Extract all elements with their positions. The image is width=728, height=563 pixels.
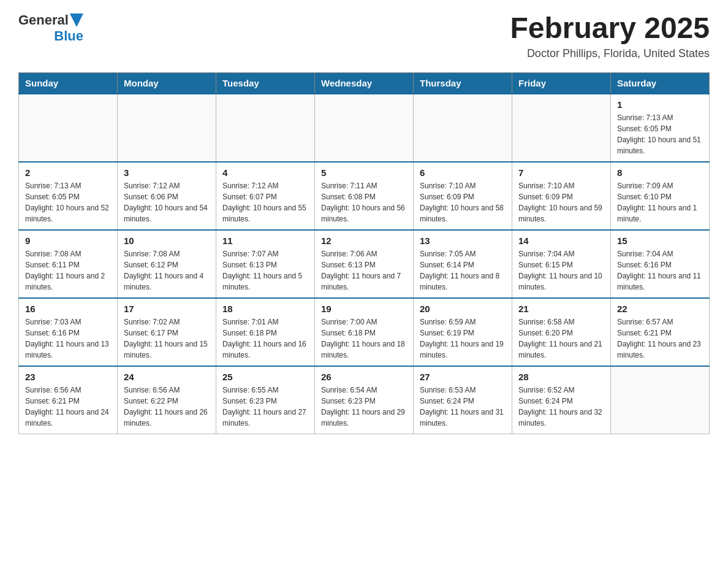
logo-icon: General Blue xyxy=(18,12,83,44)
day-number: 8 xyxy=(617,167,703,178)
day-info: Sunrise: 7:07 AMSunset: 6:13 PMDaylight:… xyxy=(222,248,308,293)
day-cell: 2Sunrise: 7:13 AMSunset: 6:05 PMDaylight… xyxy=(19,162,118,230)
day-cell: 26Sunrise: 6:54 AMSunset: 6:23 PMDayligh… xyxy=(315,366,414,434)
day-info: Sunrise: 7:13 AMSunset: 6:05 PMDaylight:… xyxy=(25,180,111,224)
day-number: 27 xyxy=(420,372,506,382)
header-sunday: Sunday xyxy=(19,72,118,94)
day-cell xyxy=(315,94,414,162)
day-cell: 8Sunrise: 7:09 AMSunset: 6:10 PMDaylight… xyxy=(611,162,710,230)
header-thursday: Thursday xyxy=(414,72,512,94)
header-wednesday: Wednesday xyxy=(315,72,414,94)
day-info: Sunrise: 6:55 AMSunset: 6:23 PMDaylight:… xyxy=(222,385,308,429)
day-cell: 22Sunrise: 6:57 AMSunset: 6:21 PMDayligh… xyxy=(611,298,710,366)
week-row-4: 16Sunrise: 7:03 AMSunset: 6:16 PMDayligh… xyxy=(19,298,710,366)
header-saturday: Saturday xyxy=(611,72,710,94)
day-number: 28 xyxy=(518,372,604,382)
day-cell: 9Sunrise: 7:08 AMSunset: 6:11 PMDaylight… xyxy=(19,230,118,298)
day-cell: 1Sunrise: 7:13 AMSunset: 6:05 PMDaylight… xyxy=(611,94,710,162)
day-number: 5 xyxy=(321,167,407,178)
day-info: Sunrise: 7:01 AMSunset: 6:18 PMDaylight:… xyxy=(222,316,308,361)
day-cell: 27Sunrise: 6:53 AMSunset: 6:24 PMDayligh… xyxy=(414,366,512,434)
day-info: Sunrise: 6:54 AMSunset: 6:23 PMDaylight:… xyxy=(321,385,407,429)
day-number: 25 xyxy=(222,372,308,382)
day-number: 9 xyxy=(25,236,111,246)
day-info: Sunrise: 7:12 AMSunset: 6:06 PMDaylight:… xyxy=(124,180,210,224)
day-number: 10 xyxy=(124,236,210,246)
header-tuesday: Tuesday xyxy=(216,72,315,94)
page-header: General Blue February 2025 Doctor Philli… xyxy=(18,12,710,60)
day-info: Sunrise: 7:13 AMSunset: 6:05 PMDaylight:… xyxy=(617,112,703,156)
logo-general: General xyxy=(18,12,69,28)
day-number: 2 xyxy=(25,167,111,178)
day-cell: 13Sunrise: 7:05 AMSunset: 6:14 PMDayligh… xyxy=(414,230,512,298)
day-cell: 7Sunrise: 7:10 AMSunset: 6:09 PMDaylight… xyxy=(512,162,611,230)
week-row-1: 1Sunrise: 7:13 AMSunset: 6:05 PMDaylight… xyxy=(19,94,710,162)
day-number: 26 xyxy=(321,372,407,382)
logo-blue: Blue xyxy=(54,28,83,44)
day-info: Sunrise: 6:52 AMSunset: 6:24 PMDaylight:… xyxy=(518,385,604,429)
day-info: Sunrise: 7:11 AMSunset: 6:08 PMDaylight:… xyxy=(321,180,407,224)
day-info: Sunrise: 7:04 AMSunset: 6:15 PMDaylight:… xyxy=(518,248,604,293)
day-cell: 3Sunrise: 7:12 AMSunset: 6:06 PMDaylight… xyxy=(118,162,216,230)
day-info: Sunrise: 7:12 AMSunset: 6:07 PMDaylight:… xyxy=(222,180,308,224)
day-number: 12 xyxy=(321,236,407,246)
day-number: 7 xyxy=(518,167,604,178)
day-cell xyxy=(414,94,512,162)
day-cell: 15Sunrise: 7:04 AMSunset: 6:16 PMDayligh… xyxy=(611,230,710,298)
svg-marker-0 xyxy=(70,13,83,27)
calendar-table: Sunday Monday Tuesday Wednesday Thursday… xyxy=(18,72,710,434)
day-cell: 23Sunrise: 6:56 AMSunset: 6:21 PMDayligh… xyxy=(19,366,118,434)
day-number: 23 xyxy=(25,372,111,382)
day-info: Sunrise: 7:08 AMSunset: 6:11 PMDaylight:… xyxy=(25,248,111,293)
day-info: Sunrise: 7:08 AMSunset: 6:12 PMDaylight:… xyxy=(124,248,210,293)
day-info: Sunrise: 7:03 AMSunset: 6:16 PMDaylight:… xyxy=(25,316,111,361)
day-info: Sunrise: 6:59 AMSunset: 6:19 PMDaylight:… xyxy=(420,316,506,361)
week-row-5: 23Sunrise: 6:56 AMSunset: 6:21 PMDayligh… xyxy=(19,366,710,434)
day-cell: 21Sunrise: 6:58 AMSunset: 6:20 PMDayligh… xyxy=(512,298,611,366)
day-info: Sunrise: 6:57 AMSunset: 6:21 PMDaylight:… xyxy=(617,316,703,361)
weekday-header-row: Sunday Monday Tuesday Wednesday Thursday… xyxy=(19,72,710,94)
day-cell xyxy=(512,94,611,162)
day-cell: 28Sunrise: 6:52 AMSunset: 6:24 PMDayligh… xyxy=(512,366,611,434)
logo: General Blue xyxy=(18,12,83,44)
day-cell: 17Sunrise: 7:02 AMSunset: 6:17 PMDayligh… xyxy=(118,298,216,366)
day-cell: 14Sunrise: 7:04 AMSunset: 6:15 PMDayligh… xyxy=(512,230,611,298)
day-info: Sunrise: 7:02 AMSunset: 6:17 PMDaylight:… xyxy=(124,316,210,361)
day-cell xyxy=(19,94,118,162)
day-info: Sunrise: 7:00 AMSunset: 6:18 PMDaylight:… xyxy=(321,316,407,361)
day-number: 11 xyxy=(222,236,308,246)
month-title: February 2025 xyxy=(510,12,710,45)
day-number: 15 xyxy=(617,236,703,246)
day-cell: 25Sunrise: 6:55 AMSunset: 6:23 PMDayligh… xyxy=(216,366,315,434)
title-area: February 2025 Doctor Phillips, Florida, … xyxy=(510,12,710,60)
day-number: 24 xyxy=(124,372,210,382)
week-row-2: 2Sunrise: 7:13 AMSunset: 6:05 PMDaylight… xyxy=(19,162,710,230)
day-cell: 12Sunrise: 7:06 AMSunset: 6:13 PMDayligh… xyxy=(315,230,414,298)
day-info: Sunrise: 7:05 AMSunset: 6:14 PMDaylight:… xyxy=(420,248,506,293)
day-number: 21 xyxy=(518,304,604,314)
day-number: 4 xyxy=(222,167,308,178)
day-number: 17 xyxy=(124,304,210,314)
day-number: 22 xyxy=(617,304,703,314)
location-subtitle: Doctor Phillips, Florida, United States xyxy=(510,47,710,60)
day-cell: 4Sunrise: 7:12 AMSunset: 6:07 PMDaylight… xyxy=(216,162,315,230)
day-info: Sunrise: 7:09 AMSunset: 6:10 PMDaylight:… xyxy=(617,180,703,224)
day-info: Sunrise: 6:56 AMSunset: 6:21 PMDaylight:… xyxy=(25,385,111,429)
day-number: 19 xyxy=(321,304,407,314)
day-number: 1 xyxy=(617,99,703,110)
day-info: Sunrise: 6:58 AMSunset: 6:20 PMDaylight:… xyxy=(518,316,604,361)
day-info: Sunrise: 7:10 AMSunset: 6:09 PMDaylight:… xyxy=(420,180,506,224)
day-cell: 18Sunrise: 7:01 AMSunset: 6:18 PMDayligh… xyxy=(216,298,315,366)
day-cell: 16Sunrise: 7:03 AMSunset: 6:16 PMDayligh… xyxy=(19,298,118,366)
logo-triangle-icon xyxy=(70,13,83,27)
day-info: Sunrise: 7:06 AMSunset: 6:13 PMDaylight:… xyxy=(321,248,407,293)
header-friday: Friday xyxy=(512,72,611,94)
day-cell xyxy=(611,366,710,434)
day-number: 3 xyxy=(124,167,210,178)
day-cell: 10Sunrise: 7:08 AMSunset: 6:12 PMDayligh… xyxy=(118,230,216,298)
day-cell xyxy=(118,94,216,162)
day-cell: 19Sunrise: 7:00 AMSunset: 6:18 PMDayligh… xyxy=(315,298,414,366)
day-number: 16 xyxy=(25,304,111,314)
day-cell: 24Sunrise: 6:56 AMSunset: 6:22 PMDayligh… xyxy=(118,366,216,434)
week-row-3: 9Sunrise: 7:08 AMSunset: 6:11 PMDaylight… xyxy=(19,230,710,298)
